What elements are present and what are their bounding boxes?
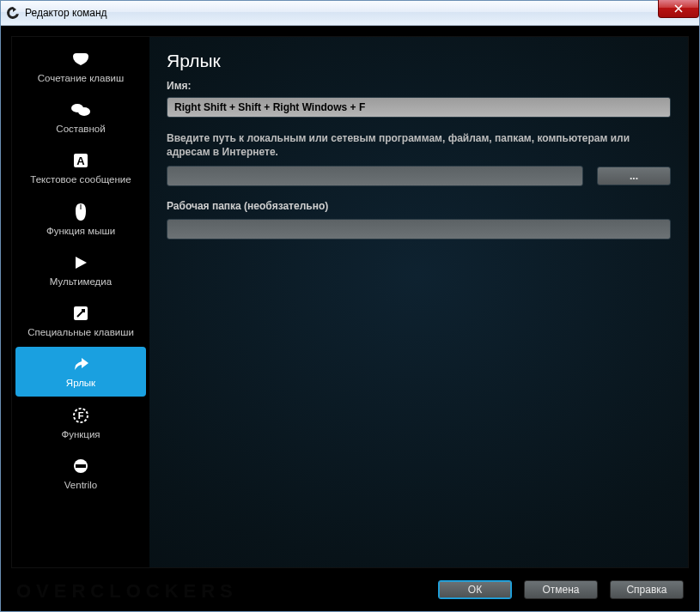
- sidebar-item-ventrilo[interactable]: Ventrilo: [15, 449, 146, 498]
- sidebar: Сочетание клавиш Составной A Текстовое с…: [12, 37, 149, 567]
- close-icon: [674, 4, 683, 13]
- app-logo-icon: [6, 6, 20, 20]
- sidebar-item-special[interactable]: Специальные клавиши: [15, 296, 146, 345]
- sidebar-item-mouse[interactable]: Функция мыши: [15, 195, 146, 244]
- panel-heading: Ярлык: [167, 51, 671, 71]
- sidebar-item-label: Функция мыши: [46, 226, 115, 237]
- sidebar-item-composite[interactable]: Составной: [15, 93, 146, 142]
- multi-key-icon: [70, 100, 91, 120]
- main-row: Сочетание клавиш Составной A Текстовое с…: [11, 36, 689, 568]
- text-block-icon: A: [70, 150, 91, 171]
- path-row: ...: [167, 166, 671, 186]
- sidebar-item-label: Функция: [61, 429, 100, 440]
- svg-text:F: F: [78, 410, 84, 421]
- browse-button[interactable]: ...: [597, 167, 671, 185]
- sidebar-item-media[interactable]: Мультимедиа: [15, 245, 146, 294]
- sidebar-item-label: Ярлык: [66, 378, 95, 389]
- shortcut-icon: [70, 354, 91, 374]
- ok-button[interactable]: ОК: [438, 580, 512, 599]
- path-input[interactable]: [167, 166, 583, 186]
- function-icon: F: [70, 405, 91, 426]
- sidebar-item-label: Сочетание клавиш: [38, 73, 124, 84]
- window-title: Редактор команд: [25, 7, 107, 19]
- svg-text:A: A: [76, 155, 85, 167]
- sidebar-item-label: Текстовое сообщение: [30, 174, 131, 185]
- mouse-icon: [70, 202, 91, 222]
- svg-rect-9: [76, 464, 86, 468]
- play-icon: [70, 252, 91, 273]
- keyboard-combo-icon: [70, 49, 91, 70]
- name-input[interactable]: [167, 97, 671, 118]
- sidebar-item-textblock[interactable]: A Текстовое сообщение: [15, 143, 146, 192]
- ventrilo-icon: [70, 456, 91, 476]
- sidebar-item-function[interactable]: F Функция: [15, 398, 146, 447]
- sidebar-item-shortcut[interactable]: Ярлык: [15, 347, 146, 396]
- sidebar-item-label: Составной: [56, 124, 105, 135]
- footer: ОК Отмена Справка: [11, 568, 689, 603]
- close-button[interactable]: [658, 0, 699, 18]
- sidebar-item-label: Ventrilo: [64, 480, 97, 491]
- window: Редактор команд OVERCLOCKERS Сочетание к…: [0, 0, 700, 612]
- workdir-label: Рабочая папка (необязательно): [167, 200, 671, 212]
- sidebar-item-label: Специальные клавиши: [27, 327, 134, 338]
- workdir-input[interactable]: [167, 219, 671, 239]
- name-label: Имя:: [167, 80, 671, 92]
- cancel-button[interactable]: Отмена: [524, 580, 598, 599]
- path-hint: Введите путь к локальным или сетевым про…: [167, 131, 671, 159]
- content-panel: Ярлык Имя: Введите путь к локальным или …: [149, 37, 688, 567]
- titlebar: Редактор команд: [1, 1, 699, 26]
- client-area: OVERCLOCKERS Сочетание клавиш Составной: [1, 26, 699, 611]
- sidebar-item-label: Мультимедиа: [50, 276, 112, 288]
- svg-point-1: [78, 107, 90, 116]
- sidebar-item-keycombo[interactable]: Сочетание клавиш: [15, 42, 146, 91]
- hotkey-icon: [70, 303, 91, 324]
- help-button[interactable]: Справка: [610, 580, 684, 599]
